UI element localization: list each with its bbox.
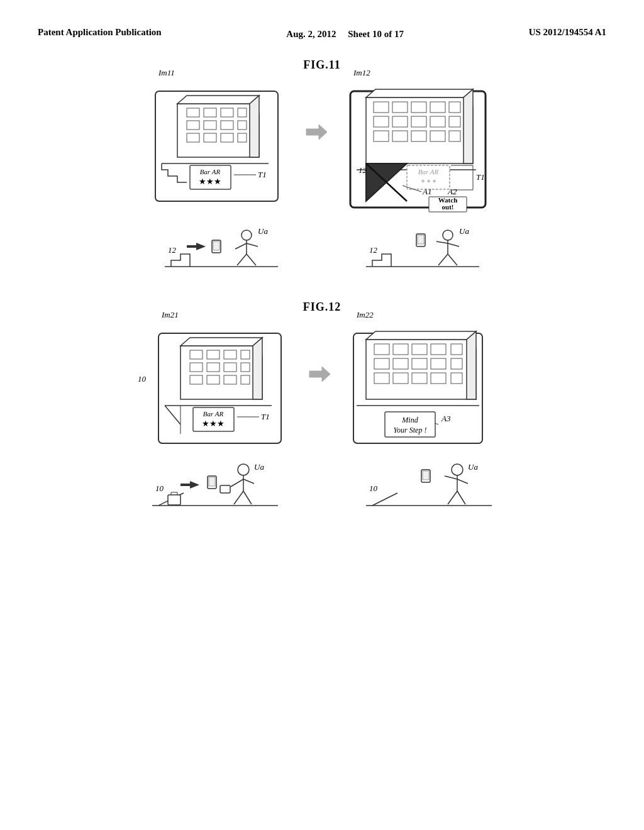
svg-line-77 bbox=[436, 241, 448, 243]
svg-rect-95 bbox=[207, 375, 219, 384]
svg-rect-120 bbox=[451, 358, 462, 369]
svg-line-78 bbox=[448, 243, 459, 246]
header-publication: Patent Application Publication bbox=[38, 25, 162, 40]
fig12-scene-right: 10 Ua bbox=[366, 458, 492, 517]
svg-point-142 bbox=[238, 464, 249, 475]
svg-rect-63 bbox=[213, 241, 219, 250]
svg-rect-123 bbox=[412, 373, 427, 384]
svg-rect-38 bbox=[392, 131, 408, 141]
page-header: Patent Application Publication Aug. 2, 2… bbox=[38, 25, 606, 40]
fig11-arrow bbox=[303, 82, 328, 145]
svg-text:T1: T1 bbox=[261, 412, 270, 421]
svg-text:T1: T1 bbox=[476, 172, 485, 182]
svg-point-155 bbox=[452, 464, 463, 475]
svg-rect-114 bbox=[431, 344, 446, 355]
svg-text:Ua: Ua bbox=[459, 226, 469, 236]
svg-rect-33 bbox=[392, 116, 408, 127]
svg-line-69 bbox=[247, 254, 256, 265]
svg-marker-26 bbox=[464, 89, 473, 163]
svg-marker-139 bbox=[180, 481, 199, 489]
svg-text:Ua: Ua bbox=[258, 226, 268, 236]
svg-marker-110 bbox=[467, 331, 476, 399]
svg-rect-36 bbox=[449, 116, 460, 127]
svg-rect-122 bbox=[393, 373, 408, 384]
svg-rect-113 bbox=[412, 344, 427, 355]
svg-rect-74 bbox=[418, 235, 424, 244]
svg-rect-37 bbox=[374, 131, 389, 141]
svg-text:A1: A1 bbox=[422, 187, 431, 196]
svg-marker-85 bbox=[253, 338, 262, 399]
svg-marker-84 bbox=[180, 338, 262, 346]
svg-rect-92 bbox=[224, 363, 236, 372]
svg-marker-3 bbox=[250, 96, 259, 157]
svg-rect-28 bbox=[392, 102, 408, 113]
svg-text:Mind: Mind bbox=[401, 416, 418, 424]
svg-rect-91 bbox=[207, 363, 219, 372]
fig11-scene-right: 12 Ua bbox=[366, 223, 479, 275]
svg-rect-9 bbox=[204, 121, 216, 130]
fig12-panels-row: Im21 10 bbox=[38, 324, 606, 452]
svg-line-144 bbox=[231, 479, 243, 487]
svg-rect-115 bbox=[451, 344, 462, 355]
svg-rect-34 bbox=[411, 116, 426, 127]
im21-label: Im21 bbox=[162, 310, 179, 320]
fig12-scene-row: 10 Ua bbox=[38, 458, 606, 517]
svg-rect-88 bbox=[224, 350, 236, 359]
page: Patent Application Publication Aug. 2, 2… bbox=[0, 0, 644, 830]
svg-rect-118 bbox=[412, 358, 427, 369]
svg-line-157 bbox=[445, 476, 457, 479]
svg-rect-154 bbox=[423, 471, 429, 480]
fig11-section: FIG.11 Im11 bbox=[38, 58, 606, 275]
fig12-left-scene-svg: 10 Ua bbox=[152, 458, 278, 515]
svg-line-80 bbox=[448, 254, 457, 265]
svg-rect-32 bbox=[374, 116, 389, 127]
fig12-arrow bbox=[306, 324, 331, 387]
svg-rect-40 bbox=[430, 131, 445, 141]
svg-line-148 bbox=[243, 491, 252, 504]
svg-rect-35 bbox=[430, 116, 445, 127]
svg-rect-125 bbox=[451, 373, 462, 384]
svg-marker-109 bbox=[366, 331, 476, 340]
im11-svg: Bar AR ★★★ T1 bbox=[152, 82, 284, 208]
svg-rect-12 bbox=[187, 133, 199, 142]
svg-rect-111 bbox=[374, 344, 389, 355]
svg-text:★★★: ★★★ bbox=[202, 419, 225, 428]
svg-rect-30 bbox=[430, 102, 445, 113]
svg-rect-116 bbox=[374, 358, 389, 369]
im21-svg: Bar AR ★★★ T1 bbox=[155, 324, 287, 450]
im22-svg: A3 Mind Your Step ! bbox=[350, 324, 489, 450]
im22-label: Im22 bbox=[357, 310, 374, 320]
svg-line-67 bbox=[247, 243, 258, 246]
svg-text:10: 10 bbox=[155, 484, 164, 493]
svg-rect-14 bbox=[221, 133, 233, 142]
svg-text:Your Step !: Your Step ! bbox=[394, 426, 427, 434]
header-patent-num: US 2012/194554 A1 bbox=[529, 25, 606, 40]
fig11-scene-left: 12 bbox=[165, 223, 278, 275]
svg-rect-121 bbox=[374, 373, 389, 384]
svg-marker-2 bbox=[177, 96, 259, 104]
svg-rect-96 bbox=[224, 375, 236, 384]
svg-text:Bar AR: Bar AR bbox=[200, 168, 221, 175]
svg-rect-15 bbox=[238, 133, 247, 142]
fig12-scene-left: 10 Ua bbox=[152, 458, 278, 517]
im11-label: Im11 bbox=[158, 68, 175, 78]
svg-text:A3: A3 bbox=[441, 414, 451, 423]
header-date: Aug. 2, 2012 bbox=[286, 29, 336, 39]
svg-rect-112 bbox=[393, 344, 408, 355]
fig12-10-left-label: 10 bbox=[138, 374, 146, 384]
svg-marker-61 bbox=[187, 243, 206, 250]
svg-rect-117 bbox=[393, 358, 408, 369]
svg-text:12: 12 bbox=[358, 165, 367, 175]
svg-text:Bar AR: Bar AR bbox=[418, 168, 439, 175]
fig11-title: FIG.11 bbox=[38, 58, 606, 72]
svg-line-158 bbox=[457, 479, 468, 484]
svg-rect-119 bbox=[431, 358, 446, 369]
svg-line-146 bbox=[243, 479, 254, 484]
svg-line-68 bbox=[237, 254, 247, 265]
svg-rect-27 bbox=[374, 102, 389, 113]
im12-container: Im12 bbox=[347, 82, 492, 216]
svg-rect-97 bbox=[241, 375, 250, 384]
svg-rect-5 bbox=[204, 108, 216, 117]
fig11-scene-row: 12 bbox=[38, 223, 606, 275]
svg-rect-87 bbox=[207, 350, 219, 359]
